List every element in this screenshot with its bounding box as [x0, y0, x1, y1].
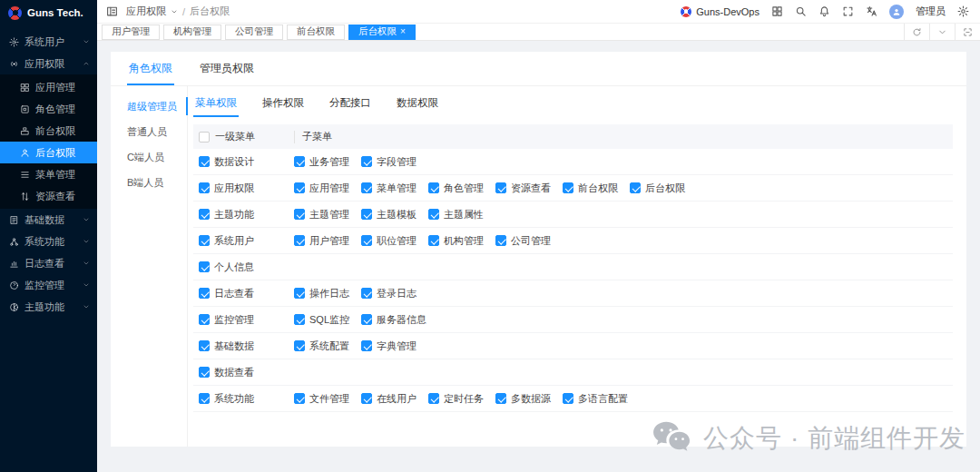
- role-item-超级管理员[interactable]: 超级管理员: [111, 93, 187, 119]
- table-header-col1: 一级菜单: [199, 130, 294, 143]
- table-row: 系统用户用户管理职位管理机构管理公司管理: [193, 228, 953, 254]
- page-tab-机构管理[interactable]: 机构管理: [163, 25, 221, 40]
- checkbox[interactable]: [199, 156, 210, 167]
- checkbox[interactable]: [495, 182, 506, 193]
- checkbox[interactable]: [361, 314, 372, 325]
- checkbox[interactable]: [294, 393, 305, 404]
- perm-tab-操作权限[interactable]: 操作权限: [260, 93, 306, 117]
- brand-link[interactable]: Guns-DevOps: [681, 6, 760, 17]
- role-item-C端人员[interactable]: C端人员: [111, 144, 187, 170]
- checkbox[interactable]: [199, 340, 210, 351]
- submenu-checkbox-item: 登录日志: [361, 287, 416, 300]
- checkbox[interactable]: [199, 393, 210, 404]
- checkbox-label: 系统配置: [309, 339, 349, 353]
- chevron-down-icon: [83, 303, 90, 310]
- sidebar-item-应用权限[interactable]: 应用权限: [0, 53, 97, 74]
- bell-icon[interactable]: [818, 5, 830, 17]
- submenu-checkbox-item: 用户管理: [294, 234, 349, 248]
- checkbox[interactable]: [495, 235, 506, 246]
- cluster-icon: [9, 237, 19, 247]
- refresh-icon[interactable]: [904, 24, 929, 40]
- checkbox[interactable]: [428, 235, 439, 246]
- sidebar-item-主题功能[interactable]: 主题功能: [0, 296, 97, 318]
- avatar[interactable]: [889, 5, 904, 19]
- checkbox[interactable]: [428, 393, 439, 404]
- tab-管理员权限[interactable]: 管理员权限: [198, 52, 256, 85]
- checkbox[interactable]: [199, 288, 210, 299]
- checkbox[interactable]: [294, 340, 305, 351]
- settings-gear-icon[interactable]: [957, 5, 969, 17]
- submenu-checkbox-item: 服务器信息: [361, 313, 426, 327]
- checkbox[interactable]: [199, 182, 210, 193]
- sidebar-item-日志查看[interactable]: 日志查看: [0, 252, 97, 274]
- page-tab-前台权限[interactable]: 前台权限: [287, 25, 345, 40]
- checkbox[interactable]: [563, 393, 573, 404]
- select-all-checkbox[interactable]: [199, 132, 210, 143]
- checkbox[interactable]: [361, 182, 372, 193]
- tabs-dropdown-chevron-icon[interactable]: [929, 24, 955, 40]
- sidebar-item-菜单管理[interactable]: 菜单管理: [0, 163, 97, 185]
- search-icon[interactable]: [795, 5, 807, 17]
- checkbox[interactable]: [199, 235, 210, 246]
- sidebar-item-系统用户[interactable]: 系统用户: [0, 31, 97, 53]
- checkbox[interactable]: [630, 182, 641, 193]
- fullscreen-icon[interactable]: [842, 5, 854, 17]
- checkbox[interactable]: [199, 209, 210, 220]
- sidebar-item-label: 应用管理: [35, 81, 90, 94]
- chart-icon: [9, 259, 19, 269]
- checkbox[interactable]: [199, 261, 210, 272]
- role-item-B端人员[interactable]: B端人员: [111, 170, 187, 195]
- checkbox[interactable]: [294, 182, 305, 193]
- checkbox[interactable]: [495, 393, 506, 404]
- submenu-checkbox-item: 资源查看: [495, 182, 551, 195]
- menu-fold-icon[interactable]: [106, 5, 118, 17]
- checkbox[interactable]: [294, 156, 305, 167]
- sidebar-item-label: 菜单管理: [35, 168, 90, 182]
- checkbox-label: 定时任务: [444, 392, 484, 406]
- checkbox[interactable]: [361, 209, 372, 220]
- sidebar-item-应用管理[interactable]: 应用管理: [0, 76, 97, 98]
- submenu-cell: SQL监控服务器信息: [294, 313, 953, 327]
- checkbox[interactable]: [199, 367, 210, 378]
- sidebar-item-基础数据[interactable]: 基础数据: [0, 209, 97, 231]
- content-fullscreen-icon[interactable]: [955, 24, 980, 40]
- page-tab-公司管理[interactable]: 公司管理: [225, 25, 283, 40]
- perm-tab-数据权限[interactable]: 数据权限: [395, 93, 440, 117]
- checkbox[interactable]: [294, 288, 305, 299]
- user-name[interactable]: 管理员: [916, 5, 946, 18]
- checkbox[interactable]: [294, 314, 305, 325]
- page-tab-用户管理[interactable]: 用户管理: [102, 25, 160, 40]
- perm-tab-菜单权限[interactable]: 菜单权限: [193, 93, 239, 117]
- checkbox[interactable]: [294, 209, 305, 220]
- sidebar-item-监控管理[interactable]: 监控管理: [0, 274, 97, 296]
- logo-text: Guns Tech.: [27, 7, 83, 18]
- perm-tab-分配接口[interactable]: 分配接口: [328, 93, 373, 117]
- checkbox[interactable]: [361, 393, 372, 404]
- checkbox[interactable]: [428, 209, 439, 220]
- menu-lines-icon: [20, 170, 30, 180]
- close-icon[interactable]: ×: [400, 27, 406, 36]
- sidebar-item-角色管理[interactable]: 角色管理: [0, 98, 97, 120]
- tab-角色权限[interactable]: 角色权限: [127, 52, 174, 85]
- page-tab-label: 前台权限: [297, 25, 335, 38]
- page-tab-后台权限[interactable]: 后台权限×: [348, 25, 416, 40]
- translate-icon[interactable]: [866, 5, 877, 17]
- breadcrumb-parent[interactable]: 应用权限: [126, 5, 166, 18]
- checkbox[interactable]: [361, 288, 372, 299]
- checkbox[interactable]: [428, 182, 439, 193]
- checkbox[interactable]: [199, 314, 210, 325]
- sidebar-item-前台权限[interactable]: 前台权限: [0, 120, 97, 142]
- checkbox[interactable]: [361, 156, 372, 167]
- checkbox-label: 公司管理: [511, 234, 551, 248]
- checkbox[interactable]: [294, 235, 305, 246]
- checkbox[interactable]: [361, 340, 372, 351]
- checkbox[interactable]: [563, 182, 573, 193]
- apps-grid-icon[interactable]: [771, 5, 783, 17]
- sidebar-item-系统功能[interactable]: 系统功能: [0, 231, 97, 252]
- monitor-icon: [9, 280, 19, 290]
- sidebar-item-后台权限[interactable]: 后台权限: [0, 142, 97, 163]
- sidebar-item-资源查看[interactable]: 资源查看: [0, 185, 97, 207]
- checkbox[interactable]: [361, 235, 372, 246]
- role-item-普通人员[interactable]: 普通人员: [111, 119, 187, 144]
- table-row: 基础数据系统配置字典管理: [193, 333, 953, 359]
